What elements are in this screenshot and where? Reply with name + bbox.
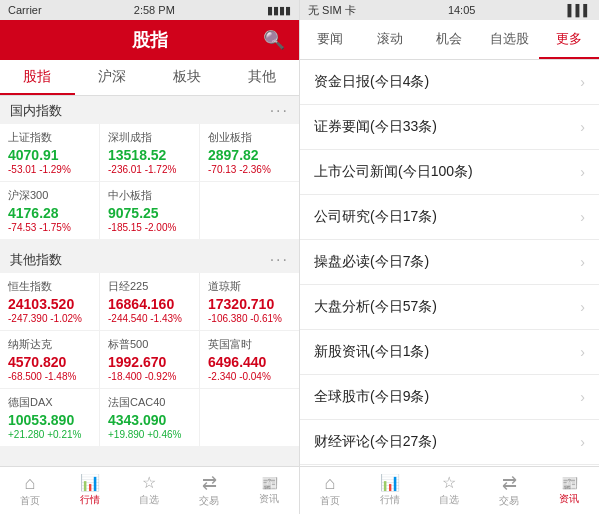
index-name-dj: 道琼斯: [208, 279, 291, 294]
index-change-zx: -185.15 -2.00%: [108, 222, 191, 233]
news-item-7[interactable]: 全球股市(今日9条) ›: [300, 375, 599, 420]
news-item-6[interactable]: 新股资讯(今日1条) ›: [300, 330, 599, 375]
news-icon-right: 📰: [561, 476, 578, 490]
nav-news-left[interactable]: 📰 资讯: [239, 467, 299, 514]
index-name-sz: 上证指数: [8, 130, 91, 145]
page-title: 股指: [132, 28, 168, 52]
left-battery: ▮▮▮▮: [267, 4, 291, 17]
right-tabs: 要闻 滚动 机会 自选股 更多: [300, 20, 599, 60]
index-value-sp500: 1992.670: [108, 354, 191, 370]
index-change-hs: -247.390 -1.02%: [8, 313, 91, 324]
market-icon: 📊: [80, 475, 100, 491]
favorite-icon: ☆: [142, 475, 156, 491]
no-sim-label: 无 SIM 卡: [308, 3, 356, 18]
market-icon-right: 📊: [380, 475, 400, 491]
news-item-4[interactable]: 操盘必读(今日7条) ›: [300, 240, 599, 285]
index-value-nikei: 16864.160: [108, 296, 191, 312]
index-change-cac40: +19.890 +0.46%: [108, 429, 191, 440]
index-name-dax: 德国DAX: [8, 395, 91, 410]
index-value-zx: 9075.25: [108, 205, 191, 221]
index-change-shen: -236.01 -1.72%: [108, 164, 191, 175]
index-cell-shangzheng[interactable]: 上证指数 4070.91 -53.01 -1.29%: [0, 124, 100, 181]
index-value-cac40: 4343.090: [108, 412, 191, 428]
tab-gengduo[interactable]: 更多: [539, 20, 599, 59]
tab-jihui[interactable]: 机会: [420, 20, 480, 59]
tab-hushen[interactable]: 沪深: [75, 60, 150, 95]
right-signal: ▌▌▌: [568, 4, 591, 16]
trade-icon: ⇄: [202, 474, 217, 492]
news-item-8[interactable]: 财经评论(今日27条) ›: [300, 420, 599, 465]
nav-home-left[interactable]: ⌂ 首页: [0, 467, 60, 514]
index-value-ftse: 6496.440: [208, 354, 291, 370]
tab-qita[interactable]: 其他: [224, 60, 299, 95]
nav-fav-label-right: 自选: [439, 493, 459, 507]
domestic-dots[interactable]: ···: [270, 102, 289, 120]
nav-home-label-right: 首页: [320, 494, 340, 508]
nav-market-left[interactable]: 📊 行情: [60, 467, 120, 514]
overseas-dots[interactable]: ···: [270, 251, 289, 269]
tab-yaowwen[interactable]: 要闻: [300, 20, 360, 59]
index-cell-dax[interactable]: 德国DAX 10053.890 +21.280 +0.21%: [0, 389, 100, 446]
index-cell-daojones[interactable]: 道琼斯 17320.710 -106.380 -0.61%: [200, 273, 299, 330]
index-change-dj: -106.380 -0.61%: [208, 313, 291, 324]
carrier-label: Carrier: [8, 4, 42, 16]
home-icon-right: ⌂: [324, 474, 335, 492]
nav-market-label-right: 行情: [380, 493, 400, 507]
index-name-cac40: 法国CAC40: [108, 395, 191, 410]
overseas-row-1: 恒生指数 24103.520 -247.390 -1.02% 日经225 168…: [0, 273, 299, 331]
content-left: 国内指数 ··· 上证指数 4070.91 -53.01 -1.29% 深圳成指…: [0, 96, 299, 466]
nav-trade-label: 交易: [199, 494, 219, 508]
index-change-sp500: -18.400 -0.92%: [108, 371, 191, 382]
tab-bankuai[interactable]: 板块: [150, 60, 225, 95]
index-change-nikei: -244.540 -1.43%: [108, 313, 191, 324]
left-panel: Carrier 2:58 PM ▮▮▮▮ 股指 🔍 股指 沪深 板块 其他 国内…: [0, 0, 300, 514]
index-value-dax: 10053.890: [8, 412, 91, 428]
index-cell-sp500[interactable]: 标普500 1992.670 -18.400 -0.92%: [100, 331, 200, 388]
nav-news-right[interactable]: 📰 资讯: [539, 467, 599, 514]
index-cell-nasdaq[interactable]: 纳斯达克 4570.820 -68.500 -1.48%: [0, 331, 100, 388]
index-name-ftse: 英国富时: [208, 337, 291, 352]
news-item-3[interactable]: 公司研究(今日17条) ›: [300, 195, 599, 240]
overseas-index-grid: 恒生指数 24103.520 -247.390 -1.02% 日经225 168…: [0, 273, 299, 446]
nav-news-label-left: 资讯: [259, 492, 279, 506]
index-row-1: 上证指数 4070.91 -53.01 -1.29% 深圳成指 13518.52…: [0, 124, 299, 182]
nav-favorite-left[interactable]: ☆ 自选: [120, 467, 180, 514]
tab-gundong[interactable]: 滚动: [360, 20, 420, 59]
index-cell-hengsheng[interactable]: 恒生指数 24103.520 -247.390 -1.02%: [0, 273, 100, 330]
news-text-8: 财经评论(今日27条): [314, 433, 437, 451]
nav-home-right[interactable]: ⌂ 首页: [300, 467, 360, 514]
index-change-sz: -53.01 -1.29%: [8, 164, 91, 175]
search-icon[interactable]: 🔍: [263, 29, 285, 51]
domestic-title: 国内指数: [10, 102, 62, 120]
nav-favorite-label: 自选: [139, 493, 159, 507]
news-item-1[interactable]: 证券要闻(今日33条) ›: [300, 105, 599, 150]
trade-icon-right: ⇄: [502, 474, 517, 492]
index-cell-nikei[interactable]: 日经225 16864.160 -244.540 -1.43%: [100, 273, 200, 330]
home-icon: ⌂: [24, 474, 35, 492]
arrow-icon-6: ›: [580, 344, 585, 360]
news-item-5[interactable]: 大盘分析(今日57条) ›: [300, 285, 599, 330]
nav-market-right[interactable]: 📊 行情: [360, 467, 420, 514]
index-name-sp500: 标普500: [108, 337, 191, 352]
index-cell-cac40[interactable]: 法国CAC40 4343.090 +19.890 +0.46%: [100, 389, 200, 446]
news-item-0[interactable]: 资金日报(今日4条) ›: [300, 60, 599, 105]
index-cell-shenzhen[interactable]: 深圳成指 13518.52 -236.01 -1.72%: [100, 124, 200, 181]
index-cell-ftse[interactable]: 英国富时 6496.440 -2.340 -0.04%: [200, 331, 299, 388]
arrow-icon-0: ›: [580, 74, 585, 90]
nav-trade-left[interactable]: ⇄ 交易: [179, 467, 239, 514]
index-cell-chuangye[interactable]: 创业板指 2897.82 -70.13 -2.36%: [200, 124, 299, 181]
index-cell-zhongxiao[interactable]: 中小板指 9075.25 -185.15 -2.00%: [100, 182, 200, 239]
nav-favorite-right[interactable]: ☆ 自选: [420, 467, 480, 514]
tab-guizhi[interactable]: 股指: [0, 60, 75, 95]
index-name-shen: 深圳成指: [108, 130, 191, 145]
index-cell-hushen300[interactable]: 沪深300 4176.28 -74.53 -1.75%: [0, 182, 100, 239]
nav-trade-right[interactable]: ⇄ 交易: [479, 467, 539, 514]
news-item-2[interactable]: 上市公司新闻(今日100条) ›: [300, 150, 599, 195]
overseas-row-2: 纳斯达克 4570.820 -68.500 -1.48% 标普500 1992.…: [0, 331, 299, 389]
index-value-dj: 17320.710: [208, 296, 291, 312]
nav-news-label-right: 资讯: [559, 492, 579, 506]
nav-market-label: 行情: [80, 493, 100, 507]
index-name-hs300: 沪深300: [8, 188, 91, 203]
tab-zixuan[interactable]: 自选股: [479, 20, 539, 59]
overseas-title: 其他指数: [10, 251, 62, 269]
